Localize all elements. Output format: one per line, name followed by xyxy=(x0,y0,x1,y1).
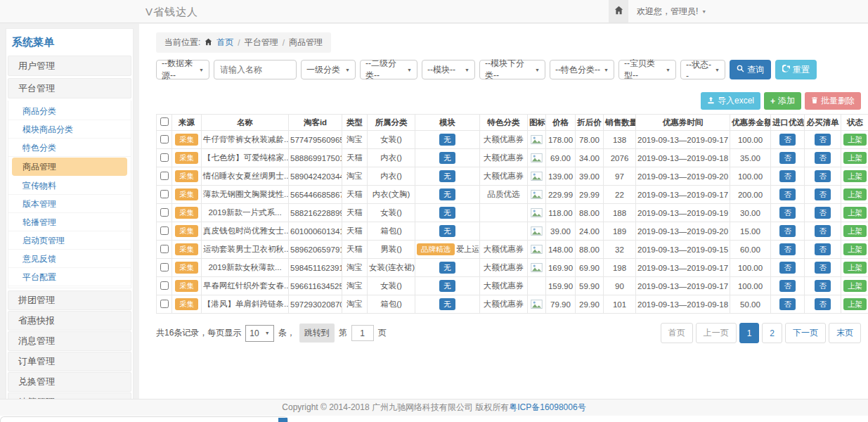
must-buy-badge[interactable]: 否 xyxy=(815,243,831,255)
bulk-delete-button[interactable]: 批量删除 xyxy=(805,92,861,110)
row-status-cell: 上架 xyxy=(841,167,868,186)
row-source-cell: 采集 xyxy=(172,186,202,204)
row-category: 男装() xyxy=(368,241,415,259)
row-checkbox[interactable] xyxy=(160,263,169,271)
row-module-cell: 无 xyxy=(415,222,480,241)
import-select-badge[interactable]: 否 xyxy=(779,134,796,146)
sidebar-item[interactable]: 版本管理 xyxy=(8,195,131,213)
sidebar-group[interactable]: 拼团管理 xyxy=(8,290,131,310)
import-select-badge[interactable]: 否 xyxy=(779,298,796,310)
filter-select[interactable]: 一级分类▼ xyxy=(301,60,356,79)
row-checkbox[interactable] xyxy=(160,300,169,308)
import-select-badge[interactable]: 否 xyxy=(779,152,796,164)
filter-select[interactable]: --宝贝类型--▼ xyxy=(618,60,676,79)
status-badge[interactable]: 上架 xyxy=(843,243,867,255)
jump-button[interactable]: 跳转到 xyxy=(299,324,335,343)
breadcrumb-separator: / xyxy=(283,38,285,48)
row-category: 内衣() xyxy=(368,167,415,186)
module-badge: 品牌精选 xyxy=(417,243,455,255)
must-buy-badge[interactable]: 否 xyxy=(815,280,831,292)
must-buy-badge[interactable]: 否 xyxy=(815,188,831,200)
row-category: 女装() xyxy=(368,277,415,295)
page-button[interactable]: 1 xyxy=(739,323,760,343)
home-button[interactable] xyxy=(609,0,628,23)
icp-link[interactable]: 粤ICP备16098006号 xyxy=(509,402,585,414)
import-select-badge[interactable]: 否 xyxy=(779,207,796,219)
sidebar-item[interactable]: 宣传物料 xyxy=(8,177,131,195)
sidebar-group[interactable]: 用户管理 xyxy=(8,56,131,76)
import-select-badge[interactable]: 否 xyxy=(779,170,796,182)
status-badge[interactable]: 上架 xyxy=(843,134,867,146)
must-buy-badge[interactable]: 否 xyxy=(815,298,831,310)
row-checkbox[interactable] xyxy=(160,135,169,143)
must-buy-badge[interactable]: 否 xyxy=(815,134,831,146)
import-excel-button[interactable]: 导入excel xyxy=(701,92,760,110)
row-checkbox[interactable] xyxy=(160,172,169,180)
import-select-badge[interactable]: 否 xyxy=(779,188,796,200)
search-name-input[interactable] xyxy=(214,60,297,79)
row-checkbox[interactable] xyxy=(160,281,169,290)
table-header-row: 来源名称淘客id类型所属分类模块特色分类图标价格折后价销售数量优惠券时间优惠券金… xyxy=(157,115,868,131)
page-number-input[interactable] xyxy=(351,325,374,341)
sidebar-group[interactable]: 省惠快报 xyxy=(8,311,131,331)
status-badge[interactable]: 上架 xyxy=(843,170,867,182)
status-badge[interactable]: 上架 xyxy=(843,262,867,274)
row-checkbox[interactable] xyxy=(160,190,169,198)
status-badge[interactable]: 上架 xyxy=(843,188,867,200)
filter-select[interactable]: --二级分类--▼ xyxy=(360,60,417,79)
import-select-badge[interactable]: 否 xyxy=(779,280,796,292)
reset-button[interactable]: 重置 xyxy=(775,60,817,79)
row-sales: 189 xyxy=(604,222,636,241)
sidebar-item[interactable]: 平台配置 xyxy=(8,268,131,286)
page-button[interactable]: 2 xyxy=(762,323,782,343)
breadcrumb-home-link[interactable]: 首页 xyxy=(216,37,233,49)
filter-select[interactable]: --模块--▼ xyxy=(422,60,475,79)
sidebar-item[interactable]: 意见反馈 xyxy=(8,250,131,268)
status-badge[interactable]: 上架 xyxy=(843,207,867,219)
row-checkbox[interactable] xyxy=(160,153,169,162)
page-button[interactable]: 下一页 xyxy=(785,323,826,343)
sidebar-item[interactable]: 启动页管理 xyxy=(8,231,131,250)
row-checkbox[interactable] xyxy=(160,245,169,253)
sidebar-item[interactable]: 特色分类 xyxy=(8,139,131,157)
sidebar-group[interactable]: 平台管理 xyxy=(8,78,131,98)
row-feature xyxy=(480,204,528,222)
import-select-badge[interactable]: 否 xyxy=(779,262,796,274)
row-checkbox[interactable] xyxy=(160,208,169,217)
home-icon xyxy=(614,5,623,18)
import-select-badge[interactable]: 否 xyxy=(779,243,796,255)
row-status-cell: 上架 xyxy=(841,131,868,149)
table-row: 采集真皮钱包时尚优雅女士...601000601341天猫箱包()无39.002… xyxy=(157,222,868,241)
import-select-badge[interactable]: 否 xyxy=(779,225,796,237)
page-button[interactable]: 上一页 xyxy=(696,323,737,343)
must-buy-badge[interactable]: 否 xyxy=(815,152,831,164)
filter-select[interactable]: --状态--▼ xyxy=(680,60,725,79)
must-buy-badge[interactable]: 否 xyxy=(815,170,831,182)
status-badge[interactable]: 上架 xyxy=(843,152,867,164)
search-button[interactable]: 查询 xyxy=(730,60,771,79)
sidebar-group[interactable]: 消息管理 xyxy=(8,331,131,351)
must-buy-badge[interactable]: 否 xyxy=(815,207,831,219)
filter-select[interactable]: --数据来源--▼ xyxy=(156,60,209,79)
sidebar-group[interactable]: 订单管理 xyxy=(8,352,131,371)
sidebar-group[interactable]: 兑换管理 xyxy=(8,372,131,392)
page-button[interactable]: 首页 xyxy=(661,323,693,343)
status-badge[interactable]: 上架 xyxy=(843,225,867,237)
sidebar-item[interactable]: 商品分类 xyxy=(8,102,131,120)
user-menu[interactable]: 欢迎您，管理员! ▼ xyxy=(637,6,706,18)
must-buy-badge[interactable]: 否 xyxy=(815,262,831,274)
row-checkbox[interactable] xyxy=(160,226,169,235)
sidebar-item[interactable]: 轮播管理 xyxy=(8,213,131,231)
sidebar-item[interactable]: 模块商品分类 xyxy=(8,120,131,139)
filter-select[interactable]: --模块下分类--▼ xyxy=(479,60,545,79)
per-page-select[interactable]: 10 ▼ xyxy=(245,325,273,342)
status-badge[interactable]: 上架 xyxy=(843,280,867,292)
row-feature: 大额优惠券 xyxy=(480,167,528,186)
page-button[interactable]: 末页 xyxy=(829,323,861,343)
add-button[interactable]: + 添加 xyxy=(764,92,801,110)
select-all-checkbox[interactable] xyxy=(160,117,169,126)
sidebar-item[interactable]: 商品管理 xyxy=(12,158,127,176)
status-badge[interactable]: 上架 xyxy=(843,298,867,310)
must-buy-badge[interactable]: 否 xyxy=(815,225,831,237)
filter-select[interactable]: --特色分类--▼ xyxy=(550,60,614,79)
